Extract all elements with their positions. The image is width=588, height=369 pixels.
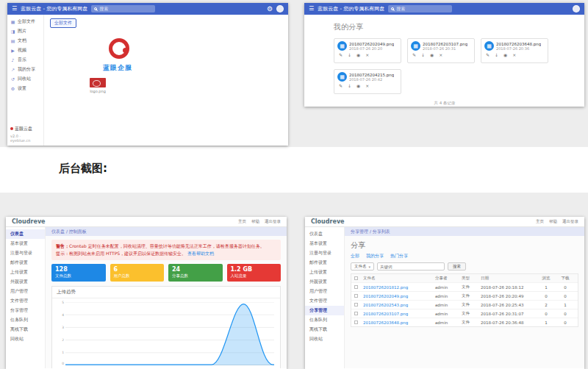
delete-icon[interactable] [365,53,369,57]
topbar-link[interactable]: 帮助 [549,219,557,224]
admin-sidebar-item[interactable]: 外观设置 [6,277,45,287]
file-name-link[interactable]: 20180726203648.png [363,320,435,325]
image-thumbnail[interactable] [90,78,106,87]
admin-sidebar-item[interactable]: 用户管理 [305,287,344,296]
menu-icon[interactable] [309,6,314,12]
filter-tab-link[interactable]: 全部 [351,253,359,259]
row-checkbox[interactable] [354,303,358,307]
stat-card-shares[interactable]: 24 分享总数 [168,264,223,282]
sidebar-item[interactable]: ▦ 全部文件 [7,17,43,26]
gear-icon[interactable] [267,5,273,12]
eye-icon[interactable] [430,53,434,57]
admin-sidebar-item[interactable]: 离线下载 [305,325,344,334]
file-name-link[interactable]: 20180726202049.png [363,294,435,298]
avatar[interactable] [276,5,284,12]
field-select[interactable]: 文件名 [351,262,374,271]
search-button[interactable]: 搜索 [448,262,466,271]
topbar-link[interactable]: 退出登录 [265,219,281,224]
admin-sidebar-item[interactable]: 基本设置 [305,239,344,248]
admin-sidebar-item[interactable]: 上传设置 [6,268,45,277]
col-header[interactable]: 类型 [462,276,481,281]
delete-icon[interactable] [365,84,369,88]
admin-sidebar-item[interactable]: 回收站 [6,334,45,344]
admin-sidebar-item[interactable]: 回收站 [305,334,344,344]
admin-sidebar-item[interactable]: 上传设置 [305,268,344,277]
sidebar-item[interactable]: ↺ 回收站 [7,74,43,84]
admin-sidebar-item[interactable]: 离线下载 [6,325,45,334]
admin-sidebar-item[interactable]: 任务队列 [305,315,344,325]
sidebar-item[interactable]: ⚙ 设置 [7,84,43,93]
filter-tab-link[interactable]: 我的分享 [366,253,384,259]
table-row[interactable]: 20180726203648.png admin 文件 2018-07-26 2… [351,318,578,326]
sidebar-item[interactable]: ♪ 音乐 [7,55,43,65]
sidebar-item[interactable]: ◨ 图片 [7,26,43,36]
select-all-checkbox[interactable] [354,276,358,280]
delete-icon[interactable] [439,53,442,57]
topbar-link[interactable]: 主页 [238,219,246,224]
menu-icon[interactable] [12,6,17,12]
admin-sidebar-item[interactable]: 基本设置 [6,239,45,248]
delete-icon[interactable] [512,53,516,57]
topbar-link[interactable]: 帮助 [251,219,259,224]
admin-sidebar-item[interactable]: 注册与登录 [6,248,45,258]
share-card[interactable]: 20180726203107.png 2018-07-26 20:31 [407,38,475,63]
table-row[interactable]: 20180726201812.png admin 文件 2018-07-26 2… [351,282,578,291]
admin-sidebar-item[interactable]: 邮件设置 [6,258,45,268]
col-header[interactable]: 分享者 [435,276,462,281]
admin-sidebar-item[interactable]: 文件管理 [6,296,45,306]
download-icon[interactable] [348,84,351,88]
file-name-link[interactable]: 20180726202543.png [363,303,435,307]
share-card[interactable]: 20180726203648.png 2018-07-26 20:36 [481,38,548,63]
edit-icon[interactable] [339,84,343,88]
topbar-link[interactable]: 退出登录 [562,219,578,224]
eye-icon[interactable] [503,53,507,57]
row-checkbox[interactable] [354,312,358,315]
admin-logo[interactable]: Cloudreve [12,218,46,225]
admin-sidebar-item[interactable]: 仪表盘 [6,229,45,239]
eye-icon[interactable] [356,84,360,88]
brand-logo-image[interactable] [109,38,129,59]
admin-sidebar-item[interactable]: 任务队列 [6,315,45,325]
edit-icon[interactable] [339,53,343,57]
sidebar-item[interactable]: ↗ 我的分享 [7,65,43,74]
table-row[interactable]: 20180726202049.png admin 文件 2018-07-26 2… [351,291,578,300]
all-files-button[interactable]: 全部文件 [50,18,76,28]
topbar-link[interactable]: 主页 [536,219,544,224]
row-checkbox[interactable] [354,294,358,298]
admin-sidebar-item[interactable]: 外观设置 [305,277,344,287]
admin-sidebar-item[interactable]: 用户管理 [6,287,45,296]
admin-logo[interactable]: Cloudreve [311,218,345,225]
sidebar-item[interactable]: ▤ 文档 [7,36,43,46]
filter-tab-link[interactable]: 热门分享 [390,253,408,259]
download-icon[interactable] [495,53,498,57]
stat-card-users[interactable]: 6 用户总数 [110,264,165,282]
keyword-input[interactable] [377,262,445,271]
admin-sidebar-item[interactable]: 文件管理 [305,296,344,306]
edit-icon[interactable] [486,53,490,57]
admin-sidebar-item[interactable]: 分享管理 [6,306,45,315]
file-name-link[interactable]: 20180726201812.png [363,285,435,290]
col-header[interactable]: 日期 [481,276,537,281]
table-row[interactable]: 20180726203107.png admin 文件 2018-07-26 2… [351,309,578,318]
share-card[interactable]: 20180726202049.png 2018-07-26 20:20 [334,38,401,63]
download-icon[interactable] [348,53,351,57]
sidebar-item[interactable]: ▶ 视频 [7,46,43,55]
stat-card-files[interactable]: 128 文件总数 [51,264,106,282]
table-row[interactable]: 20180726202543.png admin 文件 2018-07-26 2… [351,300,578,309]
shares-search-input[interactable] [396,7,449,11]
shares-search-box[interactable] [388,5,452,12]
col-header[interactable]: 下载 [556,276,575,281]
row-checkbox[interactable] [354,320,358,324]
eye-icon[interactable] [356,53,360,57]
edit-icon[interactable] [412,53,416,57]
admin-sidebar-item[interactable]: 分享管理 [305,306,344,315]
stat-card-traffic[interactable]: 1.2 GB 入站流量 [227,264,282,282]
download-icon[interactable] [421,53,425,57]
drive-search-input[interactable] [99,7,152,11]
alert-help-link[interactable]: 查看帮助文档 [187,251,214,256]
share-card[interactable]: 20180726204215.png 2018-07-26 20:42 [334,69,401,94]
admin-sidebar-item[interactable]: 邮件设置 [305,258,344,268]
file-name-link[interactable]: 20180726203107.png [363,312,435,316]
avatar[interactable] [573,5,580,12]
row-checkbox[interactable] [354,285,358,289]
